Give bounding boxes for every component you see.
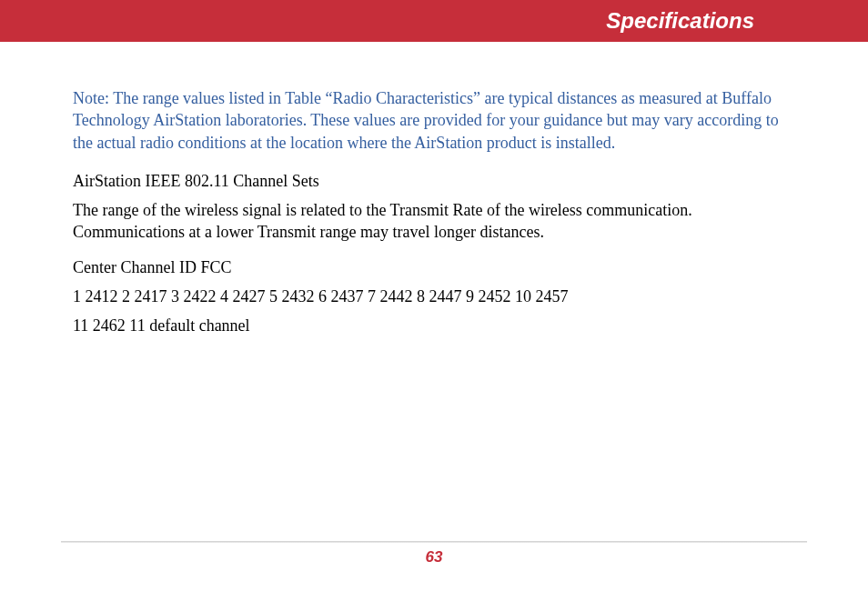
center-channel-heading: Center Channel ID FCC	[73, 256, 795, 278]
footer: 63	[0, 541, 868, 566]
page-number: 63	[426, 548, 443, 566]
header-bar: Specifications	[0, 0, 868, 42]
range-paragraph: The range of the wireless signal is rela…	[73, 199, 795, 244]
channels-list-line1: 1 2412 2 2417 3 2422 4 2427 5 2432 6 243…	[73, 285, 795, 307]
channels-list-line2: 11 2462 11 default channel	[73, 315, 795, 336]
footer-divider	[61, 541, 807, 543]
note-paragraph: Note: The range values listed in Table “…	[73, 87, 795, 154]
page-title: Specifications	[606, 8, 754, 34]
content-area: Note: The range values listed in Table “…	[0, 42, 868, 337]
channel-sets-heading: AirStation IEEE 802.11 Channel Sets	[73, 170, 795, 192]
